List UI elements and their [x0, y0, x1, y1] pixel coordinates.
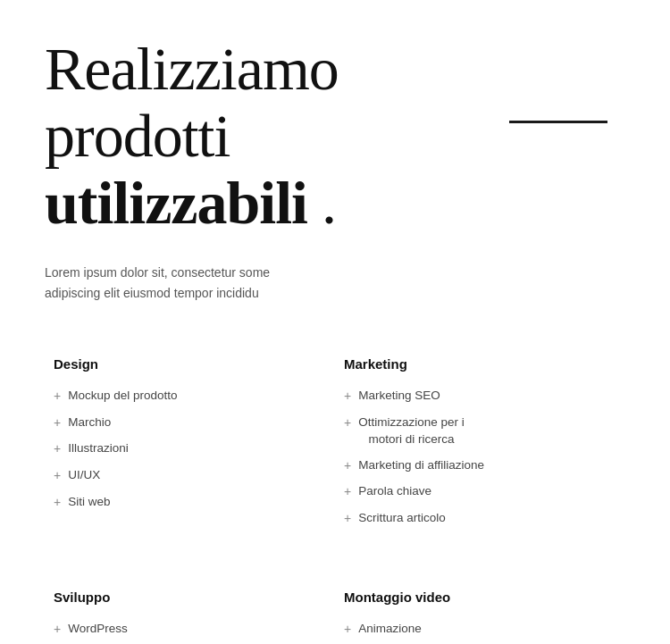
plus-icon: +: [54, 414, 61, 432]
list-item: +Mockup del prodotto: [54, 388, 308, 406]
hero-title: Realizziamo prodotti utilizzabili .: [45, 36, 625, 236]
montaggio-video-title: Montaggio video: [344, 590, 599, 605]
marketing-title: Marketing: [344, 356, 599, 372]
bottom-services-grid: Sviluppo +WordPress +Sviluppo dell'appli…: [45, 572, 625, 644]
plus-icon: +: [344, 621, 351, 639]
plus-icon: +: [344, 414, 351, 432]
marketing-list: +Marketing SEO +Ottimizzazione per i mot…: [344, 388, 599, 527]
list-item: +Parola chiave: [344, 483, 599, 501]
page-container: Realizziamo prodotti utilizzabili . Lore…: [0, 0, 670, 644]
sviluppo-list: +WordPress +Sviluppo dell'applicazione +…: [54, 621, 308, 644]
hero-section: Realizziamo prodotti utilizzabili .: [45, 36, 625, 236]
description-line1: Lorem ipsum dolor sit, consectetur some: [45, 265, 270, 280]
plus-icon: +: [344, 483, 351, 501]
montaggio-video-section: Montaggio video +Animazione +MotionGraph…: [335, 572, 625, 644]
title-line3-bold: utilizzabili: [45, 169, 307, 237]
decorative-line: [509, 121, 607, 123]
title-line1: Realizziamo: [45, 35, 339, 103]
hero-description: Lorem ipsum dolor sit, consectetur some …: [45, 263, 625, 303]
design-title: Design: [54, 356, 308, 372]
list-item: +Marketing SEO: [344, 388, 599, 406]
list-item: +Illustrazioni: [54, 440, 308, 458]
list-item: +Animazione: [344, 621, 599, 639]
list-item: +Ottimizzazione per i motori di ricerca: [344, 414, 599, 448]
marketing-section: Marketing +Marketing SEO +Ottimizzazione…: [335, 339, 625, 563]
sviluppo-title: Sviluppo: [54, 590, 308, 605]
plus-icon: +: [344, 457, 351, 475]
description-line2: adipiscing elit eiusmod tempor incididu: [45, 286, 259, 300]
top-services-grid: Design +Mockup del prodotto +Marchio +Il…: [45, 339, 625, 563]
plus-icon: +: [54, 467, 61, 485]
plus-icon: +: [54, 388, 61, 406]
plus-icon: +: [54, 494, 61, 512]
plus-icon: +: [344, 388, 351, 406]
plus-icon: +: [54, 621, 61, 639]
list-item: +UI/UX: [54, 467, 308, 485]
sviluppo-section: Sviluppo +WordPress +Sviluppo dell'appli…: [45, 572, 335, 644]
plus-icon: +: [344, 510, 351, 528]
list-item: +Siti web: [54, 494, 308, 512]
design-list: +Mockup del prodotto +Marchio +Illustraz…: [54, 388, 308, 511]
design-section: Design +Mockup del prodotto +Marchio +Il…: [45, 339, 335, 563]
list-item: +Scrittura articolo: [344, 510, 599, 528]
list-item: +Marketing di affiliazione: [344, 457, 599, 475]
montaggio-video-list: +Animazione +MotionGraphics +Dopo gli ef…: [344, 621, 599, 644]
plus-icon: +: [54, 440, 61, 458]
list-item: +Marchio: [54, 414, 308, 432]
title-line2: prodotti: [45, 102, 230, 170]
title-dot: .: [307, 169, 336, 237]
list-item: +WordPress: [54, 621, 308, 639]
